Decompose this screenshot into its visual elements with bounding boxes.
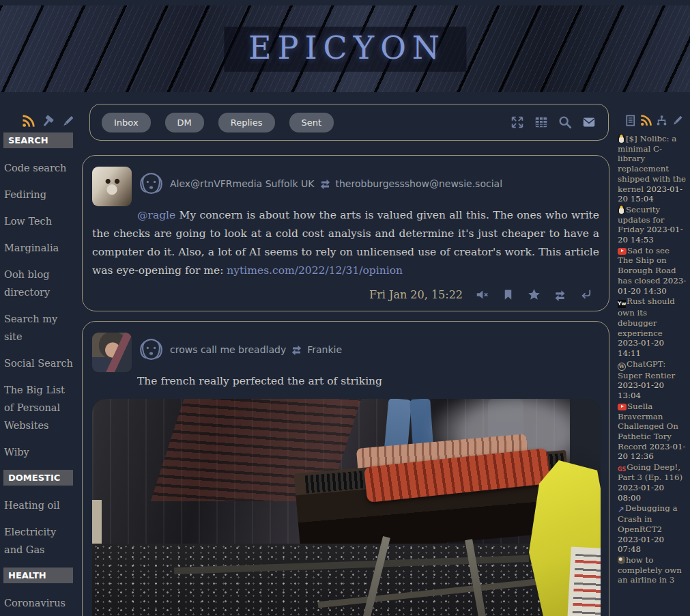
post-author[interactable]: crows call me breadlady [170, 344, 286, 355]
sidebar-item-code-search[interactable]: Code search [4, 159, 75, 177]
newswire-datetime: 2023-01-20 13:04 [618, 380, 664, 400]
tab-inbox[interactable]: Inbox [102, 113, 151, 132]
post-author[interactable]: Alex@rtnVFRmedia Suffolk UK [170, 178, 315, 189]
newswire-item: Security updates for Friday 2023-01-20 1… [618, 205, 687, 245]
photo-protest-sign [566, 547, 601, 616]
newswire-list: [$] Nolibc: a minimal C-library replacem… [618, 134, 687, 586]
left-column-icons [0, 114, 75, 128]
sidebar-item-coronavirus-statistics[interactable]: Coronavirus statistics [4, 594, 75, 616]
sidebar-section-header-domestic: DOMESTIC [3, 470, 73, 486]
newswire-title[interactable]: ChatGPT: Super Rentier [618, 359, 675, 380]
post-card: crows call me breadlady Frankie The fren… [82, 321, 609, 616]
post-timestamp[interactable]: Fri Jan 20, 15:22 [369, 288, 463, 301]
sidebar-links-domestic: Heating oil Electricity and Gas [0, 496, 82, 559]
sidebar-item-low-tech[interactable]: Low Tech [4, 212, 75, 230]
mention-link[interactable]: @ragle [137, 209, 175, 221]
sidebar-item-social-search[interactable]: Social Search [4, 354, 75, 372]
lwn-penguin-icon [618, 205, 625, 214]
newswire-item: WChatGPT: Super Rentier 2023-01-20 13:04 [618, 359, 687, 401]
sidebar-item-electricity-gas[interactable]: Electricity and Gas [4, 523, 75, 559]
sidebar-section-header-search: SEARCH [3, 132, 73, 148]
post-footer: Fri Jan 20, 15:22 [92, 288, 592, 301]
newswire-datetime: 2023-01-20 14:11 [618, 338, 664, 358]
newswire-title[interactable]: Rust should own its debugger experience [618, 296, 675, 337]
epicyon-dog-icon [137, 169, 165, 197]
post-content: The french really perfected the art of s… [92, 372, 599, 391]
sidebar-links-health: Coronavirus statistics [0, 594, 82, 616]
post-booster[interactable]: therobburgessshow@newsie.social [336, 178, 503, 189]
mail-icon[interactable] [581, 115, 596, 130]
search-icon[interactable] [558, 115, 573, 130]
boost-icon [291, 344, 302, 355]
sidebar-section-header-health: HEALTH [3, 568, 73, 583]
calendar-icon[interactable] [534, 115, 549, 130]
sidebar-item-heating-oil[interactable]: Heating oil [4, 496, 75, 514]
post-header: Alex@rtnVFRmedia Suffolk UK therobburges… [137, 169, 599, 197]
instance-banner[interactable]: EPICYON [0, 5, 690, 92]
toolbar-icons [510, 115, 596, 130]
newswire-item: GSGoing Deep!, Part 3 (Ep. 116) 2023-01-… [618, 462, 687, 503]
photo-kerb-tile [92, 500, 102, 548]
post-booster[interactable]: Frankie [307, 344, 342, 355]
newswire-item: Sad to see The Ship on Borough Road has … [618, 246, 687, 296]
article-link[interactable]: nytimes.com/2022/12/31/opinion [227, 264, 403, 277]
newswire-title[interactable]: Going Deep!, Part 3 (Ep. 116) [618, 462, 682, 482]
sidebar-item-big-list-personal-websites[interactable]: The Big List of Personal Websites [4, 381, 75, 434]
avatar[interactable] [92, 167, 132, 206]
instance-title: EPICYON [224, 27, 466, 72]
expand-icon[interactable] [510, 115, 525, 130]
epicyon-dog-icon [137, 335, 165, 363]
timeline-toolbar: Inbox DM Replies Sent [89, 104, 609, 141]
tab-sent[interactable]: Sent [289, 113, 334, 132]
yw-favicon: Yw [618, 300, 626, 308]
attached-photo-grill[interactable] [92, 399, 601, 616]
hamster-favicon [618, 557, 625, 564]
newswire-item: ↗Debugging a Crash in OpenRCT2 2023-01-2… [618, 503, 687, 555]
links-sidebar: SEARCH Code search Fediring Low Tech Mar… [0, 131, 82, 616]
timeline-column: Inbox DM Replies Sent [82, 92, 614, 616]
newswire-item: how to completely own an airline in 3 [618, 555, 687, 585]
share-network-icon[interactable] [655, 114, 668, 127]
star-icon[interactable] [528, 288, 541, 301]
tab-replies[interactable]: Replies [218, 113, 275, 132]
sidebar-item-search-my-site[interactable]: Search my site [4, 310, 75, 346]
edit-icon[interactable] [671, 114, 684, 127]
gs-favicon: GS [618, 466, 626, 473]
youtube-icon [618, 248, 627, 255]
history-icon[interactable] [624, 114, 637, 127]
youtube-icon [618, 404, 627, 410]
newswire-title[interactable]: how to completely own an airline in 3 [618, 555, 682, 585]
sidebar-item-wiby[interactable]: Wiby [4, 443, 75, 461]
rss-icon[interactable] [639, 114, 652, 127]
sidebar-item-ooh-blog-directory[interactable]: Ooh blog directory [4, 266, 75, 301]
rss-icon[interactable] [21, 114, 35, 128]
newswire-datetime: 2023-01-20 07:48 [618, 535, 664, 555]
post-header: crows call me breadlady Frankie [137, 335, 599, 363]
lwn-penguin-icon [618, 134, 625, 143]
bookmark-icon[interactable] [502, 288, 515, 301]
avatar[interactable] [92, 333, 132, 372]
external-link-icon: ↗ [618, 505, 624, 514]
hammer-icon[interactable] [41, 114, 55, 128]
newswire-title[interactable]: Debugging a Crash in OpenRCT2 [618, 503, 677, 534]
newswire-item: YwRust should own its debugger experienc… [618, 296, 687, 359]
newswire-item: Suella Braverman Challenged On Pathetic … [618, 402, 687, 462]
newswire-item: [$] Nolibc: a minimal C-library replacem… [618, 134, 687, 204]
post-content: @ragle My concern is about how the arts … [92, 206, 599, 280]
post-body-text: The french really perfected the art of s… [137, 375, 382, 387]
repeat-icon[interactable] [554, 288, 566, 301]
reply-icon[interactable] [579, 288, 592, 301]
newswire-datetime: 2023-01-20 08:00 [618, 483, 664, 503]
boost-icon [319, 178, 331, 189]
sidebar-item-marginalia[interactable]: Marginalia [4, 239, 75, 257]
sidebar-links-search: Code search Fediring Low Tech Marginalia… [0, 159, 82, 461]
edit-icon[interactable] [61, 114, 75, 128]
newswire-icons [616, 114, 687, 127]
mute-icon[interactable] [476, 288, 489, 301]
wordpress-icon: W [618, 363, 626, 371]
post-card: Alex@rtnVFRmedia Suffolk UK therobburges… [82, 155, 609, 311]
sidebar-item-fediring[interactable]: Fediring [4, 186, 75, 204]
tab-dm[interactable]: DM [165, 113, 204, 132]
